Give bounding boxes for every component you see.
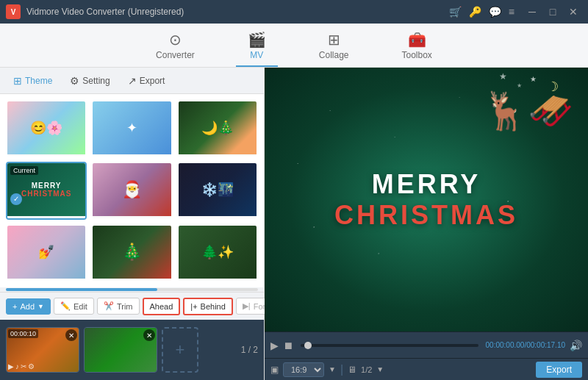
theme-stripes[interactable]: 💅 Stripes & Waves (6, 224, 87, 282)
theme-merry-christmas[interactable]: MERRY CHRISTMAS Current ✓ Merry Christma… (6, 162, 87, 219)
nav-toolbox-label: Toolbox (402, 50, 432, 60)
clip-2-close[interactable]: ✕ (143, 329, 155, 341)
forward-icon: ▶| (243, 301, 251, 311)
tab-theme[interactable]: ⊞ Theme (6, 72, 60, 90)
theme-snowy[interactable]: ❄️🌃 Snowy Night (177, 162, 258, 219)
theme-xmas-tree-label: Christmas Tree (93, 279, 171, 282)
aspect-ratio-icon: ▣ (270, 365, 279, 375)
theme-xmas-tree[interactable]: 🎄 Christmas Tree (91, 224, 172, 282)
preview-text-christmas: CHRISTMAS (334, 200, 518, 231)
separator: | (340, 363, 343, 376)
theme-happy-label: Happy (7, 154, 85, 157)
timeline-page-indicator: 1 / 2 (241, 345, 258, 355)
theme-snowy-label: Snowy Night (179, 216, 257, 219)
theme-grid: 😊🌸 Happy ✦ Simple 🌙🎄 Christmas Eve (0, 94, 264, 287)
ahead-button[interactable]: Ahead (143, 298, 181, 315)
playback-time: 00:00:00.00/00:00:17.10 (486, 341, 565, 349)
clip-1-icons: ▶ ♪ ✂ ⚙ (8, 362, 35, 370)
tabs-bar: ⊞ Theme ⚙ Setting ↗ Export (0, 68, 264, 94)
progress-bar[interactable] (301, 344, 478, 347)
volume-button[interactable]: 🔊 (570, 340, 582, 351)
theme-happy[interactable]: 😊🌸 Happy (6, 100, 87, 157)
timeline-clip-1[interactable]: 00:00:10 ✕ ▶ ♪ ✂ ⚙ (6, 327, 79, 373)
timeline-clip-2[interactable]: ✕ (84, 327, 157, 373)
theme-xmas-eve-label: Christmas Eve (179, 154, 257, 157)
converter-icon: ⊙ (169, 31, 182, 49)
tab-setting[interactable]: ⚙ Setting (62, 72, 117, 90)
add-icon: + (12, 302, 17, 311)
progress-dot (304, 342, 312, 349)
clip-effect-icon: ⚙ (28, 362, 35, 370)
stop-button[interactable]: ⏹ (283, 340, 293, 351)
close-button[interactable]: ✕ (564, 4, 582, 19)
app-title: Vidmore Video Converter (Unregistered) (26, 7, 449, 17)
app-icon: V (6, 4, 21, 19)
theme-beautiful-xmas-label: Beautiful Christmas (179, 279, 257, 282)
current-badge: Current (10, 166, 38, 175)
right-panel: ☽ ★ ★ ★ 🦌🛷 · · · · * * * MERRY (265, 68, 588, 380)
theme-stripes-label: Stripes & Waves (7, 279, 85, 282)
play-button[interactable]: ▶ (270, 340, 279, 351)
nav-toolbox[interactable]: 🧰 Toolbox (390, 25, 444, 66)
nav-mv-label: MV (250, 50, 263, 60)
menu-icon[interactable]: ≡ (509, 6, 514, 18)
preview-background: ☽ ★ ★ ★ 🦌🛷 · · · · * * * MERRY (265, 68, 588, 331)
tab-export[interactable]: ↗ Export (121, 72, 173, 90)
dropdown-arrow-icon: ▼ (329, 365, 336, 373)
top-navigation: ⊙ Converter 🎬 MV ⊞ Collage 🧰 Toolbox (0, 24, 588, 68)
add-clip-button[interactable]: + (162, 327, 198, 373)
main-area: ⊞ Theme ⚙ Setting ↗ Export 😊🌸 Happy (0, 68, 588, 380)
export-tab-icon: ↗ (128, 75, 137, 87)
page-indicator: 1/2 (361, 365, 372, 374)
clip-cut-icon: ✂ (21, 362, 26, 370)
edit-icon: ✏️ (60, 301, 71, 311)
star-icon-3: ★ (499, 71, 507, 82)
chat-icon[interactable]: 💬 (489, 6, 501, 18)
star-icon-1: ★ (530, 75, 537, 83)
theme-simple-label: Simple (93, 154, 171, 157)
export-button[interactable]: Export (536, 362, 582, 378)
left-panel: ⊞ Theme ⚙ Setting ↗ Export 😊🌸 Happy (0, 68, 265, 380)
toolbox-icon: 🧰 (408, 31, 426, 49)
theme-merry-xmas-label: Merry Christmas (7, 216, 85, 219)
clip-1-time: 00:00:10 (8, 329, 38, 338)
cart-icon[interactable]: 🛒 (449, 6, 462, 18)
nav-collage[interactable]: ⊞ Collage (307, 25, 361, 66)
theme-christmas-eve[interactable]: 🌙🎄 Christmas Eve (177, 100, 258, 157)
maximize-button[interactable]: □ (544, 4, 562, 19)
theme-santa-label: Santa Claus (93, 216, 171, 219)
key-icon[interactable]: 🔑 (469, 6, 481, 18)
window-controls: ─ □ ✕ (523, 4, 582, 19)
add-dropdown-icon: ▼ (37, 303, 44, 310)
monitor-icon: 🖥 (348, 365, 356, 375)
clip-1-close[interactable]: ✕ (65, 329, 77, 341)
action-bar: + Add ▼ ✏️ Edit ✂️ Trim Ahead |+ Behind … (0, 292, 264, 320)
minimize-button[interactable]: ─ (523, 4, 541, 19)
preview-area: ☽ ★ ★ ★ 🦌🛷 · · · · * * * MERRY (265, 68, 588, 331)
playback-bar: ▶ ⏹ 00:00:00.00/00:00:17.10 🔊 (265, 331, 588, 358)
theme-santa[interactable]: 🎅 Santa Claus (91, 162, 172, 219)
aspect-ratio-select[interactable]: 16:9 (283, 362, 324, 377)
preview-content: MERRY CHRISTMAS (334, 169, 518, 231)
behind-icon: |+ (190, 302, 197, 311)
preview-text-merry: MERRY (334, 169, 518, 200)
theme-beautiful-christmas[interactable]: 🌲✨ Beautiful Christmas (177, 224, 258, 282)
reindeer-icon: 🦌🛷 (482, 90, 573, 132)
nav-mv[interactable]: 🎬 MV (236, 25, 278, 66)
mv-icon: 🎬 (248, 31, 266, 49)
add-button[interactable]: + Add ▼ (6, 298, 51, 315)
setting-tab-icon: ⚙ (70, 75, 79, 87)
collage-icon: ⊞ (328, 31, 340, 49)
nav-collage-label: Collage (319, 50, 349, 60)
star-icon-2: ★ (517, 82, 522, 89)
nav-converter[interactable]: ⊙ Converter (144, 25, 207, 66)
theme-simple[interactable]: ✦ Simple (91, 100, 172, 157)
titlebar: V Vidmore Video Converter (Unregistered)… (0, 0, 588, 24)
trim-button[interactable]: ✂️ Trim (97, 298, 140, 315)
trim-icon: ✂️ (104, 301, 114, 311)
edit-button[interactable]: ✏️ Edit (54, 298, 94, 315)
timeline: 00:00:10 ✕ ▶ ♪ ✂ ⚙ ✕ + 1 / 2 (0, 320, 264, 380)
check-badge: ✓ (10, 193, 22, 205)
behind-button[interactable]: |+ Behind (183, 298, 233, 315)
nav-converter-label: Converter (156, 50, 195, 60)
